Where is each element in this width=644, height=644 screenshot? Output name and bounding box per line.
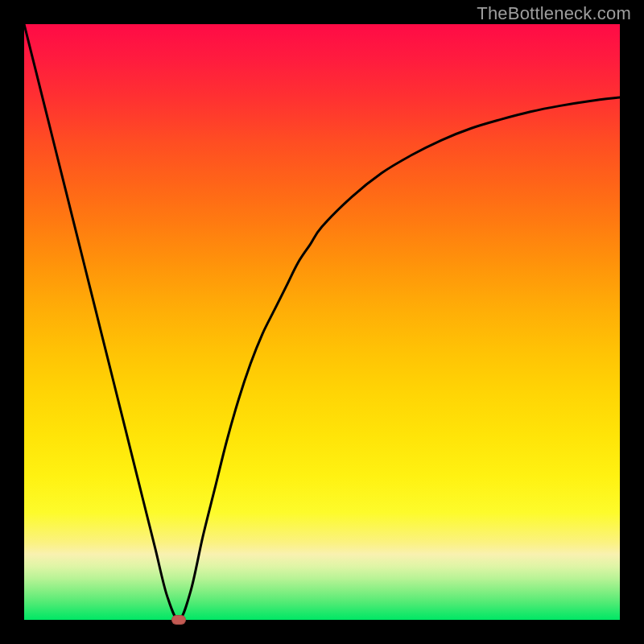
plot-area xyxy=(24,24,620,620)
minimum-marker xyxy=(171,615,186,625)
bottleneck-curve xyxy=(24,24,620,620)
attribution-text: TheBottleneck.com xyxy=(477,3,631,24)
chart-frame: TheBottleneck.com xyxy=(0,0,644,644)
